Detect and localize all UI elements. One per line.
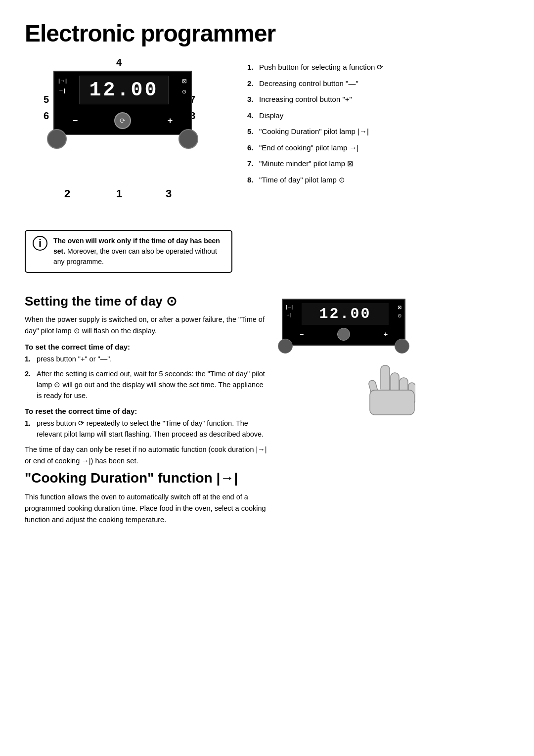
feature-item-1: 1.Push button for selecting a function ⟳ xyxy=(247,62,509,73)
info-icon: i xyxy=(33,236,47,251)
mini-time-display: 12.00 xyxy=(319,306,371,322)
page-title: Electronic programmer xyxy=(25,20,509,47)
set-time-heading: To set the correct time of day: xyxy=(25,343,267,351)
time-display: 12.00 xyxy=(89,79,158,101)
feature-item-5: 5."Cooking Duration" pilot lamp |→| xyxy=(247,126,509,137)
reset-steps: 1.press button ⟳ repeatedly to select th… xyxy=(25,418,267,440)
label-2: 2 xyxy=(64,187,70,200)
bottom-right-section: |→| →| 12.00 ⊠ ⊙ − + xyxy=(282,294,509,529)
feature-item-2: 2.Decreasing control button "—" xyxy=(247,78,509,89)
minute-minder-lamp: ⊠ xyxy=(182,78,187,85)
time-of-day-lamp: ⊙ xyxy=(182,89,187,95)
cooking-duration-lamp: |→| xyxy=(58,78,67,84)
label-6: 6 xyxy=(44,110,49,122)
bottom-left-section: Setting the time of day ⊙ When the power… xyxy=(25,294,267,529)
feature-item-7: 7."Minute minder" pilot lamp ⊠ xyxy=(247,158,509,170)
setting-time-title: Setting the time of day ⊙ xyxy=(25,294,267,309)
mini-control-panel: |→| →| 12.00 ⊠ ⊙ − + xyxy=(282,299,405,346)
mini-function-button[interactable] xyxy=(337,328,350,341)
mini-plus-button[interactable] xyxy=(395,339,409,354)
setting-time-intro: When the power supply is switched on, or… xyxy=(25,314,267,337)
cooking-duration-body: This function allows the oven to automat… xyxy=(25,491,267,526)
plus-button[interactable] xyxy=(178,129,198,149)
set-step-2: 2.After the setting is carried out, wait… xyxy=(25,369,267,401)
info-text: The oven will work only if the time of d… xyxy=(53,236,224,267)
programmer-diagram: 4 5 6 7 8 |→| →| 12.00 xyxy=(25,57,213,205)
label-3: 3 xyxy=(166,187,172,200)
left-column: 4 5 6 7 8 |→| →| 12.00 xyxy=(25,57,232,284)
feature-item-8: 8."Time of day" pilot lamp ⊙ xyxy=(247,175,509,186)
end-cooking-lamp: →| xyxy=(58,88,67,93)
right-column: 1.Push button for selecting a function ⟳… xyxy=(247,57,509,284)
set-step-1: 1.press button "+" or "—". xyxy=(25,354,267,365)
feature-item-4: 4.Display xyxy=(247,110,509,122)
svg-rect-0 xyxy=(381,365,390,393)
label-5: 5 xyxy=(44,94,49,105)
features-list: 1.Push button for selecting a function ⟳… xyxy=(247,62,509,185)
cooking-duration-title: "Cooking Duration" function |→| xyxy=(25,470,267,487)
reset-note: The time of day can only be reset if no … xyxy=(25,444,267,467)
mini-minus-button[interactable] xyxy=(278,339,293,354)
feature-item-6: 6."End of cooking" pilot lamp →| xyxy=(247,142,509,154)
control-panel: |→| →| 12.00 ⊠ ⊙ − ⟳ + xyxy=(53,71,192,135)
plus-label: + xyxy=(168,116,173,126)
minus-button[interactable] xyxy=(47,129,67,149)
info-box: i The oven will work only if the time of… xyxy=(25,230,232,273)
label-4: 4 xyxy=(116,57,122,68)
reset-step-1: 1.press button ⟳ repeatedly to select th… xyxy=(25,418,267,440)
set-steps: 1.press button "+" or "—".2.After the se… xyxy=(25,354,267,401)
reset-time-heading: To reset the correct time of day: xyxy=(25,407,267,415)
feature-item-3: 3.Increasing control button "+" xyxy=(247,94,509,105)
minus-label: − xyxy=(73,116,78,126)
hand-pointer xyxy=(356,360,415,426)
function-button-center[interactable]: ⟳ xyxy=(114,112,131,129)
label-1: 1 xyxy=(116,187,122,200)
svg-rect-5 xyxy=(370,390,414,415)
